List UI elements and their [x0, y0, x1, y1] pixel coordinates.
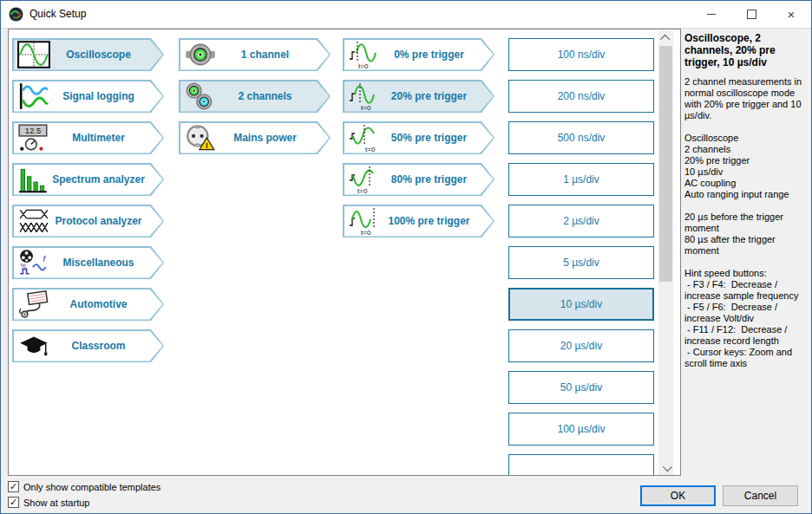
svg-text:12.5: 12.5	[25, 126, 42, 135]
timebase-scrollbar[interactable]	[658, 30, 673, 475]
option-label: 1 channel	[217, 38, 313, 71]
timebase-10us[interactable]: 10 µs/div	[508, 288, 654, 321]
option-label: 50% pre trigger	[381, 121, 477, 154]
show-at-startup-checkbox[interactable]: ✓	[8, 497, 19, 508]
minimize-icon	[707, 14, 716, 15]
minimize-button[interactable]	[691, 1, 731, 28]
mains-power-icon: !	[183, 123, 218, 153]
category-protocol-analyzer[interactable]: Protocol analyzer	[12, 205, 164, 237]
svg-text:t=0: t=0	[361, 104, 371, 111]
svg-text:t=0: t=0	[361, 229, 371, 236]
bnc-1-channel-icon	[183, 40, 218, 69]
category-signal-logging[interactable]: Signal logging	[12, 80, 164, 113]
chevron-down-icon	[662, 461, 671, 471]
option-2-channels[interactable]: 2 channels	[179, 80, 331, 113]
spectrum-analyzer-icon	[16, 165, 51, 194]
timebase-label: 1 µs/div	[563, 173, 599, 185]
timebase-label: 2 µs/div	[563, 215, 599, 227]
maximize-button[interactable]	[731, 1, 771, 28]
classroom-icon	[16, 331, 51, 361]
cancel-button[interactable]: Cancel	[723, 485, 798, 506]
category-label: Oscilloscope	[50, 38, 147, 71]
option-0-pre-trigger[interactable]: t=0 0% pre trigger	[343, 38, 494, 71]
app-logo-icon	[9, 7, 23, 22]
timebase-50us[interactable]: 50 µs/div	[508, 371, 654, 404]
scrollbar-thumb[interactable]	[659, 46, 672, 282]
option-1-channel[interactable]: 1 channel	[179, 38, 331, 71]
option-label: 2 channels	[217, 80, 313, 113]
multimeter-icon: 12.5	[16, 123, 51, 153]
timebase-partial[interactable]	[508, 454, 654, 476]
check-icon: ✓	[10, 498, 17, 507]
timebase-1us[interactable]: 1 µs/div	[508, 163, 654, 196]
quick-setup-dialog: Quick Setup × Oscilloscope	[0, 0, 812, 514]
timebase-100ns[interactable]: 100 ns/div	[508, 38, 654, 71]
timebase-label: 200 ns/div	[558, 90, 606, 102]
window-title: Quick Setup	[29, 8, 86, 20]
category-label: Protocol analyzer	[50, 205, 147, 237]
category-multimeter[interactable]: 12.5 Multimeter	[12, 121, 164, 154]
pre-trigger-80-icon: t=0	[347, 165, 382, 194]
miscellaneous-icon: % f	[16, 248, 51, 277]
maximize-icon	[747, 10, 756, 19]
template-timing-info: 20 µs before the trigger moment 80 µs af…	[684, 211, 807, 257]
template-hints: Hint speed buttons: - F3 / F4: Decrease …	[684, 268, 807, 369]
signal-logging-icon	[16, 81, 51, 111]
template-settings-list: Oscilloscope 2 channels 20% pre trigger …	[684, 133, 807, 200]
svg-text:t=0: t=0	[357, 187, 368, 194]
checkbox-label: Show at startup	[23, 498, 89, 508]
timebase-label: 20 µs/div	[560, 340, 602, 352]
option-label: 100% pre trigger	[381, 205, 477, 237]
timebase-500ns[interactable]: 500 ns/div	[508, 121, 654, 154]
category-oscilloscope[interactable]: Oscilloscope	[12, 38, 164, 71]
only-show-compatible-checkbox[interactable]: ✓	[8, 481, 19, 492]
option-mains-power[interactable]: ! Mains power	[179, 121, 331, 154]
category-classroom[interactable]: Classroom	[12, 329, 164, 362]
category-label: Multimeter	[50, 121, 147, 154]
oscilloscope-icon	[16, 40, 51, 69]
option-label: 20% pre trigger	[381, 80, 477, 113]
option-50-pre-trigger[interactable]: t=0 50% pre trigger	[343, 121, 494, 154]
category-automotive[interactable]: Automotive	[12, 288, 164, 321]
svg-text:t=0: t=0	[365, 146, 376, 153]
scroll-down-button[interactable]	[658, 460, 673, 475]
category-label: Classroom	[50, 329, 147, 362]
automotive-icon	[16, 290, 51, 319]
category-label: Spectrum analyzer	[50, 163, 147, 196]
timebase-label: 100 ns/div	[558, 49, 606, 61]
template-panel: Oscilloscope Signal logging 12.5	[8, 29, 681, 476]
template-title: Oscilloscope, 2 channels, 20% pre trigge…	[684, 32, 807, 68]
scroll-up-button[interactable]	[658, 30, 673, 45]
timebase-2us[interactable]: 2 µs/div	[508, 205, 654, 237]
category-spectrum-analyzer[interactable]: Spectrum analyzer	[12, 163, 164, 196]
protocol-analyzer-icon	[16, 206, 51, 236]
timebase-label: 100 µs/div	[558, 423, 606, 435]
pre-trigger-50-icon: t=0	[347, 123, 382, 153]
option-label: 0% pre trigger	[381, 38, 477, 71]
pre-trigger-0-icon: t=0	[347, 40, 382, 69]
timebase-100us[interactable]: 100 µs/div	[508, 413, 654, 446]
checkbox-row-compatible: ✓ Only show compatible templates	[8, 481, 160, 492]
ok-button[interactable]: OK	[640, 485, 716, 506]
timebase-20us[interactable]: 20 µs/div	[508, 329, 654, 362]
footer-bar: ✓ Only show compatible templates ✓ Show …	[1, 476, 811, 514]
svg-text:t=0: t=0	[358, 62, 369, 69]
option-20-pre-trigger[interactable]: t=0 20% pre trigger	[343, 80, 494, 113]
option-100-pre-trigger[interactable]: t=0 100% pre trigger	[343, 205, 494, 237]
template-description-panel: Oscilloscope, 2 channels, 20% pre trigge…	[682, 29, 812, 476]
category-label: Signal logging	[50, 80, 147, 113]
timebase-5us[interactable]: 5 µs/div	[508, 246, 654, 279]
close-button[interactable]: ×	[771, 1, 811, 28]
timebase-label: 10 µs/div	[560, 298, 602, 310]
option-label: Mains power	[217, 121, 313, 154]
timebase-200ns[interactable]: 200 ns/div	[508, 80, 654, 113]
checkbox-label: Only show compatible templates	[23, 482, 160, 492]
close-icon: ×	[788, 8, 796, 21]
option-80-pre-trigger[interactable]: t=0 80% pre trigger	[343, 163, 494, 196]
category-miscellaneous[interactable]: % f Miscellaneous	[12, 246, 164, 279]
timebase-label: 50 µs/div	[560, 381, 602, 394]
timebase-label: 5 µs/div	[563, 257, 599, 269]
title-bar: Quick Setup ×	[1, 1, 811, 28]
pre-trigger-20-icon: t=0	[347, 81, 382, 111]
svg-text:f: f	[43, 254, 47, 264]
